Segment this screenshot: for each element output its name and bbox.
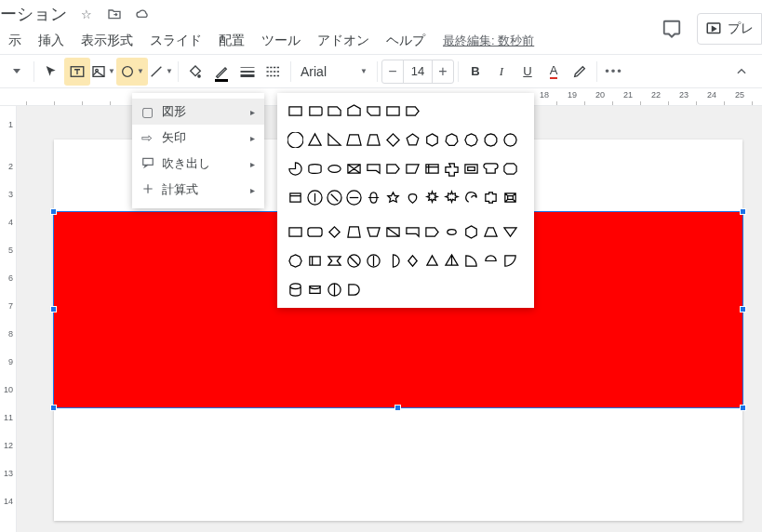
fill-color[interactable] [182, 58, 208, 86]
shape-option[interactable] [306, 281, 324, 299]
border-dash[interactable] [261, 58, 287, 86]
shape-option[interactable] [287, 223, 304, 241]
cloud-icon[interactable] [132, 4, 153, 24]
menu-item[interactable]: 配置 [210, 33, 253, 49]
shape-option[interactable] [287, 102, 304, 120]
resize-handle-nw[interactable] [50, 208, 57, 215]
textbox-tool[interactable] [64, 58, 90, 86]
select-tool[interactable] [38, 58, 64, 86]
shape-option[interactable] [423, 131, 441, 149]
shape-option[interactable] [365, 252, 382, 270]
shape-option[interactable] [443, 223, 461, 241]
shape-option[interactable] [423, 223, 441, 241]
shape-option[interactable] [345, 281, 363, 299]
collapse-toolbar[interactable] [729, 58, 755, 86]
shape-option[interactable] [345, 252, 363, 270]
shape-option[interactable] [501, 131, 519, 149]
shape-option[interactable] [345, 189, 363, 206]
shape-option[interactable] [482, 252, 500, 270]
italic-button[interactable]: I [488, 58, 515, 86]
shape-option[interactable] [462, 189, 480, 206]
star-icon[interactable]: ☆ [76, 4, 97, 24]
border-color[interactable] [208, 58, 234, 86]
shape-option[interactable] [501, 223, 519, 241]
shape-option[interactable] [423, 160, 441, 178]
shape-option[interactable] [365, 160, 382, 178]
resize-handle-w[interactable] [50, 306, 57, 313]
menu-item[interactable]: 表示形式 [73, 33, 141, 49]
shape-option[interactable] [365, 102, 382, 120]
menu-equation[interactable]: 計算式▸ [132, 177, 264, 203]
shape-option[interactable] [365, 131, 382, 149]
shape-option[interactable] [443, 131, 461, 149]
shape-option[interactable] [326, 281, 343, 299]
shape-option[interactable] [306, 131, 324, 149]
shape-option[interactable] [326, 102, 343, 120]
menu-item[interactable]: ツール [253, 33, 309, 49]
shape-option[interactable] [384, 223, 402, 241]
bold-button[interactable]: B [462, 58, 488, 86]
more-tools[interactable]: ••• [601, 58, 627, 86]
shape-option[interactable] [404, 252, 421, 270]
increase-font[interactable]: + [433, 63, 453, 80]
shape-option[interactable] [287, 160, 304, 178]
shape-option[interactable] [345, 223, 363, 241]
shape-option[interactable] [384, 252, 402, 270]
shape-option[interactable] [501, 160, 519, 178]
image-tool[interactable]: ▼ [90, 58, 116, 86]
menu-item[interactable]: スライド [141, 33, 210, 49]
shape-option[interactable] [404, 131, 421, 149]
shape-option[interactable] [443, 252, 461, 270]
shape-option[interactable] [306, 160, 324, 178]
shape-option[interactable] [501, 252, 519, 270]
shape-option[interactable] [404, 102, 421, 120]
shape-option[interactable] [287, 131, 304, 149]
move-folder-icon[interactable] [104, 4, 125, 24]
menu-shapes[interactable]: ▢図形▸ [132, 99, 264, 125]
shape-option[interactable] [365, 223, 382, 241]
shape-option[interactable] [423, 189, 441, 206]
shape-option[interactable] [345, 160, 363, 178]
shape-option[interactable] [384, 189, 402, 206]
shape-option[interactable] [501, 189, 519, 206]
shape-option[interactable] [326, 189, 343, 206]
shape-option[interactable] [482, 223, 500, 241]
shape-option[interactable] [384, 160, 402, 178]
decrease-font[interactable]: − [382, 63, 403, 80]
shape-option[interactable] [462, 160, 480, 178]
undo-dropdown[interactable] [4, 58, 30, 86]
shape-option[interactable] [462, 223, 480, 241]
shape-option[interactable] [462, 252, 480, 270]
menu-item[interactable]: ヘルプ [378, 33, 434, 49]
resize-handle-e[interactable] [740, 306, 746, 313]
comment-history-icon[interactable] [662, 19, 682, 39]
shape-option[interactable] [306, 223, 324, 241]
shape-option[interactable] [306, 252, 324, 270]
shape-option[interactable] [287, 281, 304, 299]
highlight-color[interactable] [567, 58, 593, 86]
shape-option[interactable] [326, 131, 343, 149]
shape-option[interactable] [443, 160, 461, 178]
shape-option[interactable] [423, 252, 441, 270]
shape-tool[interactable]: ▼ [116, 58, 148, 86]
line-tool[interactable]: ▼ [148, 58, 174, 86]
menu-item[interactable]: 示 [0, 33, 30, 49]
shape-option[interactable] [482, 131, 500, 149]
font-select[interactable]: Arial▼ [295, 60, 373, 84]
shape-option[interactable] [404, 160, 421, 178]
menu-callouts[interactable]: 吹き出し▸ [132, 151, 264, 177]
menu-arrows[interactable]: ⇨矢印▸ [132, 125, 264, 151]
shape-option[interactable] [287, 252, 304, 270]
shape-option[interactable] [482, 160, 500, 178]
shape-option[interactable] [287, 189, 304, 206]
shape-option[interactable] [365, 189, 382, 206]
shape-option[interactable] [306, 189, 324, 206]
resize-handle-ne[interactable] [740, 208, 746, 215]
shape-option[interactable] [462, 131, 480, 149]
last-edit-link[interactable]: 最終編集: 数秒前 [443, 33, 534, 49]
shape-option[interactable] [482, 189, 500, 206]
shape-option[interactable] [384, 131, 402, 149]
font-size-value[interactable]: 14 [403, 60, 433, 83]
shape-option[interactable] [326, 223, 343, 241]
shape-option[interactable] [404, 223, 421, 241]
